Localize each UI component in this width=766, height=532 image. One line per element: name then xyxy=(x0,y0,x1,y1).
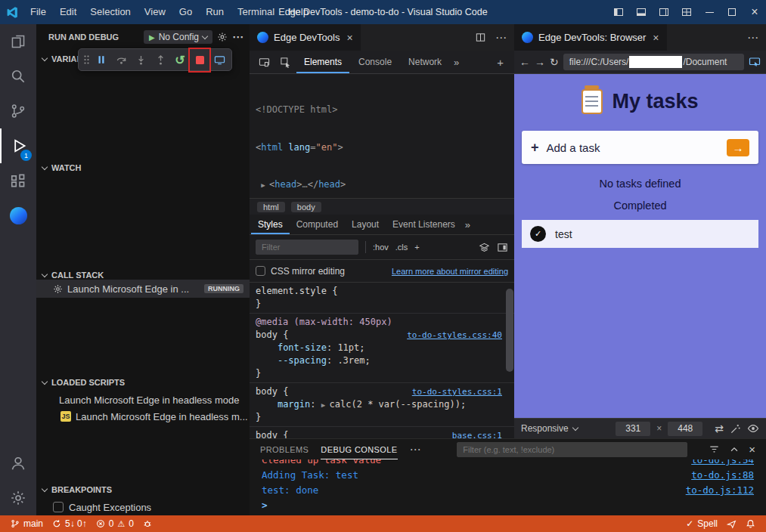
tab-layout[interactable]: Layout xyxy=(345,215,386,234)
menu-run[interactable]: Run xyxy=(199,0,231,24)
loaded-script-row[interactable]: JS Launch Microsoft Edge in headless m..… xyxy=(36,408,250,425)
maximize-button[interactable] xyxy=(721,0,743,24)
submit-task-button[interactable]: → xyxy=(727,139,749,156)
scrollbar-thumb[interactable] xyxy=(506,289,513,372)
close-panel-icon[interactable]: × xyxy=(749,443,755,456)
rule-element-style[interactable]: element.style { } xyxy=(250,283,514,314)
panel-more-actions-icon[interactable]: ⋯ xyxy=(410,443,421,456)
class-toggle-button[interactable]: .cls xyxy=(395,243,408,252)
styles-scrollbar[interactable] xyxy=(506,286,513,436)
sync-indicator[interactable]: 5↓ 0↑ xyxy=(48,518,91,529)
breakpoint-row[interactable]: Caught Exceptions xyxy=(36,499,250,515)
viewport-width-input[interactable]: 331 xyxy=(616,422,650,436)
tab-computed[interactable]: Computed xyxy=(290,215,345,234)
source-link[interactable]: to-do.js:112 xyxy=(686,483,754,498)
breadcrumb-body[interactable]: body xyxy=(291,202,321,212)
close-button[interactable]: × xyxy=(743,0,766,24)
debug-indicator[interactable] xyxy=(138,519,157,528)
activity-settings[interactable] xyxy=(0,481,36,515)
toggle-panel-icon[interactable] xyxy=(630,0,653,24)
menu-view[interactable]: View xyxy=(138,0,172,24)
loaded-script-row[interactable]: Launch Microsoft Edge in headless mode xyxy=(36,391,250,408)
section-loaded-scripts[interactable]: LOADED SCRIPTS xyxy=(36,375,250,390)
stylesheet-link[interactable]: to-do-styles.css:1 xyxy=(412,385,502,398)
start-debug-icon[interactable]: ▶ xyxy=(149,33,155,42)
rule-media-body[interactable]: @media (max-width: 450px) to-do-styles.c… xyxy=(250,314,514,383)
tab-styles[interactable]: Styles xyxy=(251,215,290,234)
caught-exceptions-checkbox[interactable] xyxy=(53,502,64,512)
step-out-button[interactable] xyxy=(150,50,170,70)
device-mode-dropdown[interactable]: Responsive xyxy=(521,423,578,434)
filter-icon[interactable] xyxy=(709,444,720,455)
dom-line[interactable]: ▶ <head>…</head> xyxy=(256,178,514,192)
devtools-tab-network[interactable]: Network xyxy=(401,51,449,73)
call-stack-row[interactable]: Launch Microsoft Edge in ... RUNNING xyxy=(36,280,250,298)
step-over-button[interactable] xyxy=(111,50,131,70)
activity-accounts[interactable] xyxy=(0,446,36,481)
add-tool-icon[interactable]: + xyxy=(497,56,504,69)
menu-edit[interactable]: Edit xyxy=(53,0,83,24)
console-filter-input[interactable] xyxy=(457,442,687,457)
computed-sidebar-toggle-icon[interactable] xyxy=(497,242,508,253)
toolbar-drag-handle[interactable] xyxy=(81,50,91,70)
rule-body[interactable]: to-do-styles.css:1body { margin: ▶ calc(… xyxy=(250,383,514,427)
menu-file[interactable]: File xyxy=(23,0,53,24)
devtools-tab-console[interactable]: Console xyxy=(351,51,399,73)
activity-run-debug[interactable]: 1 xyxy=(0,128,36,163)
devtools-tab-elements[interactable]: Elements xyxy=(296,51,349,73)
activity-edge-tools[interactable] xyxy=(0,198,36,233)
css-mirror-checkbox[interactable] xyxy=(256,266,265,276)
stop-button[interactable] xyxy=(190,50,209,70)
activity-explorer[interactable] xyxy=(0,24,36,59)
feedback-indicator[interactable] xyxy=(722,519,741,529)
rotate-viewport-icon[interactable]: ⇄ xyxy=(715,422,724,435)
minimize-button[interactable] xyxy=(698,0,721,24)
completed-task-row[interactable]: ✓ test xyxy=(522,220,758,248)
screencast-icon[interactable] xyxy=(749,56,761,68)
customize-layout-icon[interactable] xyxy=(675,0,698,24)
reload-icon[interactable]: ↻ xyxy=(550,56,559,68)
pseudo-state-button[interactable]: :hov xyxy=(373,243,389,252)
editor-more-actions-icon[interactable]: ⋯ xyxy=(747,31,758,45)
menu-terminal[interactable]: Terminal xyxy=(231,0,281,24)
new-rule-button[interactable]: + xyxy=(414,243,419,252)
back-icon[interactable]: ← xyxy=(519,56,530,68)
tab-edge-devtools[interactable]: Edge DevTools × xyxy=(250,24,361,51)
source-link[interactable]: to-do.js:88 xyxy=(691,468,754,483)
sidebar-more-actions-icon[interactable]: ⋯ xyxy=(232,30,243,44)
mirror-learn-more-link[interactable]: Learn more about mirror editing xyxy=(392,267,508,276)
stylesheet-link[interactable]: base.css:1 xyxy=(452,429,502,438)
tab-debug-console[interactable]: DEBUG CONSOLE xyxy=(321,439,397,459)
dom-line[interactable]: <!DOCTYPE html> xyxy=(256,104,514,116)
eye-icon[interactable] xyxy=(747,422,759,435)
step-into-button[interactable] xyxy=(131,50,150,70)
url-bar[interactable]: file:///C:/Users/ /Document xyxy=(563,54,744,70)
screencast-button[interactable] xyxy=(209,50,229,70)
section-watch[interactable]: WATCH xyxy=(36,160,250,175)
spell-checker-status[interactable]: ✓ Spell xyxy=(681,518,722,529)
more-tabs-icon[interactable]: » xyxy=(454,57,459,68)
source-link[interactable]: to-do.js:54 xyxy=(691,459,754,468)
debug-config-dropdown[interactable]: ▶ No Config xyxy=(144,30,212,44)
close-tab-icon[interactable]: × xyxy=(653,32,659,44)
tab-event-listeners[interactable]: Event Listeners xyxy=(386,215,462,234)
more-tabs-icon[interactable]: » xyxy=(465,219,470,230)
pause-button[interactable] xyxy=(91,50,111,70)
rule-body-base[interactable]: base.css:1body { xyxy=(250,427,514,438)
tab-edge-devtools-browser[interactable]: Edge DevTools: Browser × xyxy=(514,24,667,51)
task-done-icon[interactable]: ✓ xyxy=(530,226,546,242)
activity-search[interactable] xyxy=(0,59,36,94)
viewport-height-input[interactable]: 448 xyxy=(668,422,702,436)
debug-settings-gear-icon[interactable] xyxy=(217,32,228,42)
menu-go[interactable]: Go xyxy=(172,0,199,24)
section-breakpoints[interactable]: BREAKPOINTS xyxy=(36,482,250,497)
breadcrumb-html[interactable]: html xyxy=(257,202,285,212)
menu-help[interactable]: Help xyxy=(281,0,315,24)
close-tab-icon[interactable]: × xyxy=(346,32,352,44)
activity-source-control[interactable] xyxy=(0,94,36,128)
screencast-toggle-icon[interactable] xyxy=(254,52,274,72)
split-editor-icon[interactable] xyxy=(475,32,486,43)
toggle-sidebar-icon[interactable] xyxy=(607,0,630,24)
add-task-form[interactable]: + Add a task → xyxy=(522,131,758,164)
stylesheet-link[interactable]: to-do-styles.css:40 xyxy=(407,329,502,342)
